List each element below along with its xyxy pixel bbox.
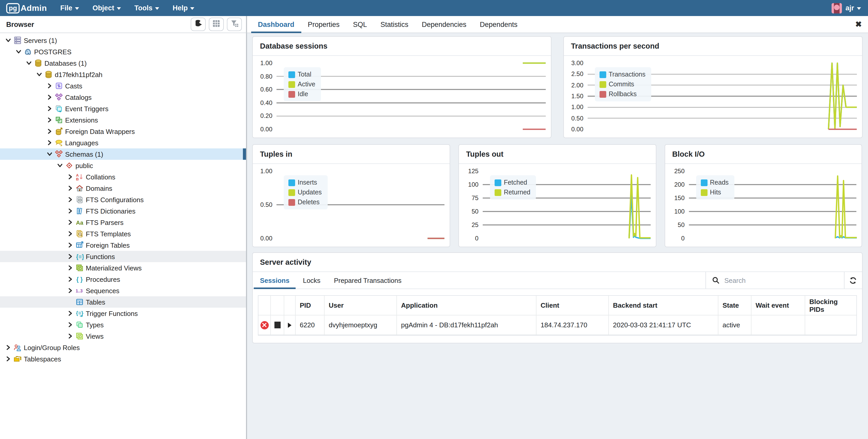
tree-item-schemas-1[interactable]: Schemas (1) bbox=[0, 148, 246, 160]
tree-expander-chevron-right-icon[interactable] bbox=[45, 93, 53, 101]
menu-label: Help bbox=[173, 4, 188, 12]
tree-item-tablespaces[interactable]: Tablespaces bbox=[0, 353, 246, 364]
tree-expander-chevron-right-icon[interactable] bbox=[66, 196, 74, 203]
chart-plot-area: 3.002.502.001.501.000.500.00Transactions… bbox=[588, 63, 857, 129]
tab-dependencies[interactable]: Dependencies bbox=[415, 16, 473, 33]
tree-item-public[interactable]: public bbox=[0, 160, 246, 171]
tree-item-label: FTS Dictionaries bbox=[86, 207, 135, 215]
menu-file[interactable]: File bbox=[60, 4, 79, 12]
cancel-query-button[interactable] bbox=[274, 322, 280, 328]
tree-expander-chevron-right-icon[interactable] bbox=[66, 184, 74, 192]
tree-expander-chevron-right-icon[interactable] bbox=[66, 321, 74, 329]
refresh-button[interactable] bbox=[844, 272, 862, 289]
tree-expander-chevron-down-icon[interactable] bbox=[25, 59, 33, 67]
tree-expander-chevron-right-icon[interactable] bbox=[66, 207, 74, 215]
view-data-button[interactable] bbox=[209, 18, 224, 31]
activity-tab-prepared-transactions[interactable]: Prepared Transactions bbox=[328, 272, 408, 289]
tree-item-label: Languages bbox=[65, 139, 98, 147]
chart-legend: InsertsUpdatesDeletes bbox=[284, 175, 328, 209]
tree-item-fts-dictionaries[interactable]: FTS Dictionaries bbox=[0, 205, 246, 217]
user-menu[interactable]: ajr bbox=[832, 3, 861, 13]
tree-expander-chevron-right-icon[interactable] bbox=[45, 82, 53, 90]
y-axis-tick-label: 0.00 bbox=[254, 126, 272, 133]
tree-item-catalogs[interactable]: Catalogs bbox=[0, 91, 246, 103]
tree-item-types[interactable]: Types bbox=[0, 319, 246, 330]
tree-item-sequences[interactable]: 1..3Sequences bbox=[0, 285, 246, 296]
tree-item-foreign-tables[interactable]: Foreign Tables bbox=[0, 239, 246, 251]
y-axis-tick-label: 125 bbox=[460, 168, 478, 175]
tree-expander-chevron-right-icon[interactable] bbox=[4, 355, 12, 363]
tree-item-fts-templates[interactable]: FTS Templates bbox=[0, 228, 246, 239]
tree-expander-chevron-down-icon[interactable] bbox=[56, 162, 64, 169]
tree-expander-chevron-right-icon[interactable] bbox=[45, 139, 53, 147]
search-input[interactable] bbox=[723, 276, 813, 285]
tree-item-collations[interactable]: ABCollations bbox=[0, 171, 246, 182]
menu-label: File bbox=[60, 4, 72, 12]
tab-statistics[interactable]: Statistics bbox=[374, 16, 415, 33]
tree-item-views[interactable]: Views bbox=[0, 330, 246, 342]
svg-text:{≡}: {≡} bbox=[76, 310, 84, 316]
close-icon[interactable]: ✖ bbox=[855, 16, 862, 33]
tree-item-fts-parsers[interactable]: AaFTS Parsers bbox=[0, 217, 246, 228]
menu-object[interactable]: Object bbox=[93, 4, 121, 12]
tree-expander-chevron-right-icon[interactable] bbox=[66, 264, 74, 272]
activity-tab-sessions[interactable]: Sessions bbox=[254, 272, 296, 289]
tree-expander-chevron-right-icon[interactable] bbox=[66, 241, 74, 249]
tree-item-d17fekh11pf2ah[interactable]: d17fekh11pf2ah bbox=[0, 69, 246, 80]
tree-expander-chevron-right-icon[interactable] bbox=[66, 275, 74, 283]
legend-swatch bbox=[599, 91, 606, 97]
tree-item-event-triggers[interactable]: Event Triggers bbox=[0, 103, 246, 114]
tree-expander-chevron-right-icon[interactable] bbox=[66, 253, 74, 260]
filter-data-button[interactable] bbox=[227, 18, 242, 31]
tree-item-login-group-roles[interactable]: Login/Group Roles bbox=[0, 342, 246, 353]
tree-item-domains[interactable]: Domains bbox=[0, 182, 246, 194]
tree-item-foreign-data-wrappers[interactable]: Foreign Data Wrappers bbox=[0, 126, 246, 137]
y-axis-tick-label: 0.60 bbox=[254, 86, 272, 93]
roles-icon bbox=[13, 343, 22, 352]
query-tool-button[interactable] bbox=[191, 18, 206, 31]
y-axis-tick-label: 0.40 bbox=[254, 99, 272, 107]
tree-expander-chevron-right-icon[interactable] bbox=[66, 310, 74, 317]
menu-help[interactable]: Help bbox=[173, 4, 194, 12]
tree-expander-chevron-right-icon[interactable] bbox=[66, 173, 74, 181]
svg-text:B: B bbox=[76, 177, 79, 181]
legend-item-rollbacks: Rollbacks bbox=[599, 90, 646, 98]
client-cell: 184.74.237.170 bbox=[536, 315, 609, 335]
tab-properties[interactable]: Properties bbox=[301, 16, 346, 33]
menu-tools[interactable]: Tools bbox=[134, 4, 159, 12]
expand-row-button[interactable] bbox=[288, 322, 291, 328]
tree-item-procedures[interactable]: { }Procedures bbox=[0, 273, 246, 285]
tree-expander-chevron-right-icon[interactable] bbox=[66, 218, 74, 226]
tree-expander-chevron-down-icon[interactable] bbox=[4, 36, 12, 44]
tree-expander-chevron-right-icon[interactable] bbox=[45, 127, 53, 135]
tree-item-materialized-views[interactable]: Materialized Views bbox=[0, 262, 246, 273]
tree-item-fts-configurations[interactable]: FTS Configurations bbox=[0, 194, 246, 205]
tree-expander-chevron-down-icon[interactable] bbox=[45, 150, 53, 158]
tree-expander-chevron-right-icon[interactable] bbox=[4, 344, 12, 351]
tree-expander-chevron-right-icon[interactable] bbox=[66, 230, 74, 238]
tree-item-databases-1[interactable]: Databases (1) bbox=[0, 57, 246, 69]
tree-item-languages[interactable]: Languages bbox=[0, 137, 246, 148]
tree-item-extensions[interactable]: Extensions bbox=[0, 114, 246, 126]
column-header-empty bbox=[284, 296, 296, 315]
panel-tuples-in: Tuples in1.000.500.00InsertsUpdatesDelet… bbox=[252, 144, 450, 247]
tree-item-trigger-functions[interactable]: {≡}Trigger Functions bbox=[0, 308, 246, 319]
tree-item-tables[interactable]: Tables bbox=[0, 296, 246, 308]
tab-dashboard[interactable]: Dashboard bbox=[251, 16, 301, 33]
tree-item-postgres[interactable]: POSTGRES bbox=[0, 46, 246, 57]
terminate-session-button[interactable] bbox=[260, 321, 269, 329]
tree-item-functions[interactable]: {≡}Functions bbox=[0, 251, 246, 262]
tab-dependents[interactable]: Dependents bbox=[473, 16, 524, 33]
tree-expander-chevron-right-icon[interactable] bbox=[45, 105, 53, 113]
tree-item-servers-1[interactable]: Servers (1) bbox=[0, 35, 246, 46]
user-avatar bbox=[832, 3, 842, 13]
activity-tab-locks[interactable]: Locks bbox=[297, 272, 327, 289]
tree-expander-chevron-down-icon[interactable] bbox=[14, 48, 22, 56]
tab-sql[interactable]: SQL bbox=[346, 16, 374, 33]
tablespaces-icon bbox=[13, 355, 22, 363]
tree-expander-chevron-right-icon[interactable] bbox=[66, 287, 74, 294]
tree-expander-chevron-down-icon[interactable] bbox=[35, 70, 43, 78]
tree-expander-chevron-right-icon[interactable] bbox=[45, 116, 53, 124]
tree-item-casts[interactable]: Casts bbox=[0, 80, 246, 91]
tree-expander-chevron-right-icon[interactable] bbox=[66, 332, 74, 340]
